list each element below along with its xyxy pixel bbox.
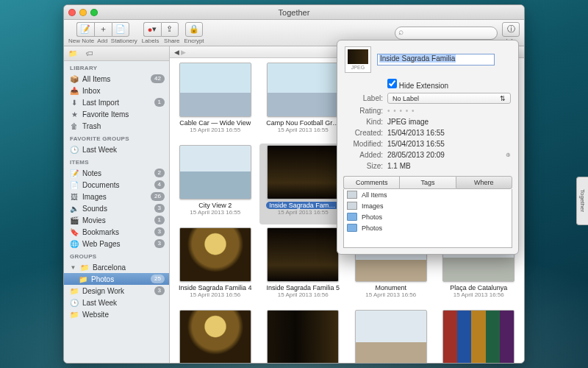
sidebar-item[interactable]: ★Favorite Items — [64, 108, 169, 120]
sidebar-item[interactable]: 📄Documents4 — [64, 179, 169, 191]
sidebar-item[interactable]: 🌐Web Pages3 — [64, 238, 169, 250]
thumbnail-date: 15 April 2013 16:55 — [278, 127, 329, 133]
popover-thumb-icon: JPEG — [345, 46, 371, 73]
sidebar-tab-sources-icon[interactable]: 📁 — [68, 49, 79, 58]
new-note-button[interactable]: 📝 — [76, 22, 94, 37]
item-icon: 📝 — [70, 169, 79, 177]
thumbnail-card[interactable]: Camp Nou Football Ground15 April 2013 16… — [259, 61, 348, 142]
nav-fwd-icon[interactable]: ▶ — [181, 49, 186, 56]
thumbnail-card[interactable]: Inside Sagrada Familia 415 April 2013 16… — [171, 226, 259, 307]
thumbnail-image — [267, 145, 339, 199]
encrypt-button[interactable]: 🔒 — [185, 22, 203, 37]
thumbnail-card[interactable]: Inside Sagrada Familia 515 April 2013 16… — [259, 226, 348, 307]
hide-extension-label: Hide Extension — [399, 82, 448, 90]
popover-tab[interactable]: Comments — [343, 176, 399, 189]
sidebar-item-label: Images — [82, 193, 107, 201]
rename-field[interactable]: Inside Sagrada Familia — [377, 54, 495, 66]
titlebar[interactable]: Together — [64, 5, 524, 20]
popover-tabs: CommentsTagsWhere — [343, 176, 512, 189]
popover-tab[interactable]: Tags — [399, 176, 455, 189]
item-icon: 📄 — [70, 180, 79, 189]
add-button[interactable]: ＋ — [94, 22, 112, 37]
search-input[interactable] — [395, 26, 498, 40]
thumbnail-title: Inside Sagrada Familia 4 — [179, 284, 252, 291]
thumbnail-card[interactable]: Stained Glass Windows15 April 2013 16:56 — [435, 308, 523, 363]
sidebar-item[interactable]: 📁Design Work3 — [64, 285, 169, 297]
thumbnail-image — [179, 310, 251, 363]
info-button[interactable]: ⓘ — [502, 22, 520, 37]
thumbnail-card[interactable]: City View 215 April 2013 16:55 — [171, 144, 259, 224]
sidebar-item[interactable]: 🕒Last Week — [64, 144, 169, 155]
sidebar-item[interactable]: 🗑Trash — [64, 120, 169, 132]
thumbnail-image — [355, 310, 427, 363]
disclosure-icon[interactable]: ▼ — [70, 264, 76, 271]
sidebar-item-label: Movies — [82, 216, 106, 224]
item-icon: 🗑 — [70, 121, 79, 130]
sidebar-item[interactable]: 🕒Last Week — [64, 297, 169, 308]
stationery-button[interactable]: 📄 — [112, 22, 129, 37]
where-row[interactable]: Images — [344, 200, 512, 211]
where-row[interactable]: Photos — [344, 222, 512, 233]
hide-extension-checkbox[interactable] — [387, 79, 397, 88]
thumbnail-title: Cable Car — Wide View — [179, 119, 252, 127]
sidebar-item[interactable]: 🔈Sounds3 — [64, 202, 169, 214]
sidebar-item[interactable]: 🖼Images26 — [64, 191, 169, 202]
popover-tab[interactable]: Where — [456, 176, 512, 189]
box-icon — [347, 202, 357, 210]
encrypt-label: Encrypt — [184, 38, 204, 44]
sidebar-item-label: Trash — [82, 122, 101, 130]
thumbnail-card[interactable]: Inside Sagrada Familia15 April 2013 16:5… — [259, 144, 348, 224]
nav-back-icon[interactable]: ◀ — [174, 49, 179, 56]
kind-value: JPEG image — [387, 118, 511, 126]
count-badge: 1 — [154, 98, 165, 107]
thumbnail-title: City View 2 — [179, 202, 252, 209]
sidebar-section: LIBRARY — [64, 61, 169, 73]
sidebar-item-label: Notes — [82, 169, 101, 177]
sidebar-item-label: Last Week — [82, 299, 117, 307]
sidebar-item-label: Photos — [91, 275, 114, 283]
sidebar-item-label: Web Pages — [82, 240, 121, 248]
sidebar-item[interactable]: 📁Photos25 — [64, 273, 169, 285]
info-popover: JPEG Inside Sagrada Familia Hide Extensi… — [337, 40, 519, 255]
thumbnail-image — [179, 227, 251, 282]
count-badge: 42 — [151, 74, 165, 83]
sidebar-item-label: All Items — [82, 75, 110, 83]
item-icon: 📁 — [70, 310, 79, 319]
thumbnail-card[interactable]: Cable Car — Wide View15 April 2013 16:55 — [171, 61, 259, 142]
item-icon: 📁 — [79, 275, 87, 283]
sidebar-item[interactable]: 📝Notes2 — [64, 167, 169, 179]
size-value: 1.1 MB — [387, 162, 511, 170]
thumbnail-date: 15 April 2013 16:55 — [190, 127, 240, 133]
count-badge: 1 — [154, 216, 165, 224]
sidebar-item[interactable]: 🎬Movies1 — [64, 214, 169, 226]
thumbnail-title: Inside Sagrada Familia 5 — [266, 284, 340, 291]
thumbnail-card[interactable]: Spire15 April 2013 16:56 — [347, 308, 435, 363]
sidebar-tab-tags-icon[interactable]: 🏷 — [86, 49, 96, 58]
shelf-tab[interactable]: Together — [576, 177, 588, 225]
stepper-icon[interactable]: ⊕ — [506, 152, 511, 158]
thumbnail-date: 15 April 2013 16:55 — [190, 209, 240, 216]
sidebar-item[interactable]: 📥Inbox — [64, 85, 169, 96]
thumbnail-card[interactable]: Sagradia Familia Ceiling15 April 2013 16… — [171, 308, 259, 363]
sidebar-item[interactable]: 📁Website — [64, 308, 169, 320]
sidebar-item[interactable]: 📦All Items42 — [64, 73, 169, 85]
where-row[interactable]: Photos — [344, 211, 512, 222]
label-select[interactable]: No Label⇅ — [387, 93, 511, 104]
sidebar-item[interactable]: ⬇Last Import1 — [64, 96, 169, 108]
item-icon: 🕒 — [70, 145, 79, 154]
sidebar-item-label: Design Work — [82, 287, 124, 295]
share-button[interactable]: ⇪ — [161, 22, 179, 37]
thumbnail-title: Plaça de Catalunya — [442, 284, 515, 291]
sidebar-item[interactable]: ▼📁Barcelona — [64, 261, 169, 273]
sidebar-item-label: Bookmarks — [82, 228, 119, 236]
box-icon — [347, 191, 357, 199]
sidebar-item-label: Sounds — [82, 205, 107, 213]
thumbnail-title: Monument — [354, 284, 428, 291]
labels-button[interactable]: ●▾ — [143, 22, 161, 37]
sidebar-section: ITEMS — [64, 155, 169, 167]
sidebar-item[interactable]: 🔖Bookmarks3 — [64, 226, 169, 238]
rating-stars[interactable]: • • • • • — [387, 107, 511, 115]
thumbnail-card[interactable]: Sagradia Familia Detail15 April 2013 16:… — [259, 308, 348, 363]
thumbnail-image — [267, 227, 339, 282]
where-row[interactable]: All Items — [344, 189, 512, 200]
